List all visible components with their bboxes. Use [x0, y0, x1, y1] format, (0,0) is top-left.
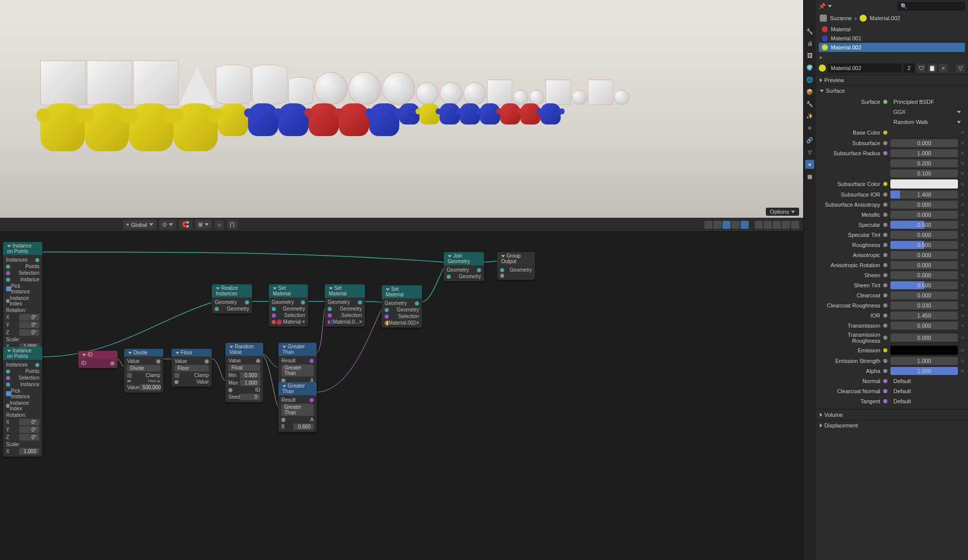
falloff-dropdown[interactable]: ⋂: [227, 220, 237, 229]
node-math-divide[interactable]: Divide Value Divide Clamp Value: [124, 349, 163, 387]
socket-dot-icon[interactable]: [883, 369, 887, 373]
mode-dropdown[interactable]: Greater Than: [281, 404, 314, 416]
socket-in[interactable]: [6, 278, 10, 282]
socket-dot-icon[interactable]: [883, 379, 887, 383]
breadcrumb-object[interactable]: Suzanne: [830, 15, 852, 21]
socket-out[interactable]: [156, 359, 160, 363]
socket-in[interactable]: [447, 275, 451, 279]
socket-dot-icon[interactable]: [883, 283, 887, 287]
keyframe-icon[interactable]: [961, 233, 964, 236]
keyframe-icon[interactable]: [961, 172, 964, 175]
node-editor[interactable]: ⌖ Global ⊙ 🧲 ⊞ ○ ⋂: [0, 218, 803, 560]
breadcrumb-material[interactable]: Material.002: [870, 15, 900, 21]
node-header[interactable]: Set Material: [325, 284, 365, 297]
keyframe-icon[interactable]: [961, 162, 964, 165]
value-input[interactable]: 0.000: [240, 372, 260, 379]
proportional-edit-toggle[interactable]: ○: [215, 220, 224, 229]
unlink-button[interactable]: ×: [939, 64, 948, 73]
node-set-material[interactable]: Set Material Geometry Geometry Selection…: [269, 284, 308, 327]
socket-in[interactable]: [6, 369, 10, 374]
fake-user-button[interactable]: 🛡: [917, 64, 926, 73]
color-input[interactable]: [890, 346, 958, 355]
socket-out[interactable]: [301, 300, 305, 304]
value-input[interactable]: 0°: [19, 329, 39, 336]
keyframe-icon[interactable]: [961, 182, 964, 185]
socket-in[interactable]: [174, 380, 178, 384]
shading-mode-3[interactable]: [773, 221, 781, 229]
socket-dot-icon[interactable]: [883, 182, 887, 186]
tab-material-icon[interactable]: ●: [805, 160, 814, 169]
socket-dot-icon[interactable]: [883, 273, 887, 277]
tab-physics-icon[interactable]: ⚛: [805, 123, 814, 133]
section-displacement-header[interactable]: Displacement: [816, 420, 968, 430]
tab-view-icon[interactable]: 🖼: [805, 51, 814, 60]
shading-mode-1[interactable]: [755, 221, 763, 229]
socket-dot-icon[interactable]: [883, 303, 887, 307]
socket-in[interactable]: [328, 314, 332, 318]
shading-mode-2[interactable]: [764, 221, 772, 229]
subsurface-method-dropdown[interactable]: Random Walk: [890, 118, 964, 126]
keyframe-icon[interactable]: [961, 203, 964, 206]
socket-out[interactable]: [205, 359, 209, 363]
transform-orientation-dropdown[interactable]: ⌖ Global: [123, 220, 156, 229]
socket-in[interactable]: [272, 314, 276, 318]
socket-dot-icon[interactable]: [883, 203, 887, 207]
node-header[interactable]: Set Material: [382, 285, 422, 298]
value-input[interactable]: 0.500: [890, 241, 958, 249]
value-input[interactable]: 0.000: [890, 231, 958, 239]
socket-in[interactable]: [6, 376, 10, 380]
color-input[interactable]: [890, 179, 958, 189]
socket-dot-icon[interactable]: [883, 151, 887, 155]
socket-dot-icon[interactable]: [883, 314, 887, 318]
close-icon[interactable]: ×: [302, 319, 305, 325]
value-input[interactable]: 1.400: [890, 191, 958, 199]
pin-icon[interactable]: 📌: [819, 3, 826, 10]
node-header[interactable]: Greater Than: [278, 382, 317, 395]
node-header[interactable]: Floor: [171, 349, 212, 356]
socket-dot-icon[interactable]: [883, 263, 887, 267]
value-input[interactable]: 0.200: [890, 159, 958, 167]
material-users-button[interactable]: 2: [903, 64, 915, 73]
close-icon[interactable]: ×: [416, 320, 419, 326]
socket-dot-icon[interactable]: [883, 389, 887, 393]
material-browse-icon[interactable]: [819, 65, 826, 72]
tab-render-icon[interactable]: 🔧: [805, 27, 814, 36]
node-header[interactable]: ID: [78, 351, 117, 358]
socket-out[interactable]: [477, 268, 481, 272]
socket-in[interactable]: [272, 320, 276, 324]
socket-in[interactable]: [328, 307, 332, 311]
value-input[interactable]: 0.100: [890, 169, 958, 177]
node-header[interactable]: Join Geometry: [444, 252, 484, 265]
backdrop-toggle[interactable]: [722, 221, 731, 229]
socket-out[interactable]: [35, 363, 39, 367]
view-icon[interactable]: [704, 221, 712, 229]
socket-dot-icon[interactable]: [883, 131, 887, 135]
distribution-dropdown[interactable]: GGX: [890, 108, 964, 116]
expand-icon[interactable]: ▸: [816, 53, 968, 61]
tab-particles-icon[interactable]: ✨: [805, 111, 814, 120]
value-input[interactable]: 1.000: [240, 380, 260, 386]
socket-in[interactable]: [385, 315, 389, 319]
node-random-value[interactable]: Random Value Value Float Min0.000 Max1.0…: [225, 343, 263, 402]
node-math-floor[interactable]: Floor Value Floor Clamp Value: [171, 349, 212, 387]
node-header[interactable]: Divide: [124, 349, 163, 356]
socket-dot-icon[interactable]: [883, 336, 887, 340]
socket-dot-icon[interactable]: [883, 213, 887, 217]
material-name-input[interactable]: Material.002: [828, 64, 901, 73]
type-dropdown[interactable]: Float: [228, 364, 260, 371]
value-input[interactable]: 0°: [19, 322, 39, 328]
keyframe-icon[interactable]: [961, 359, 964, 362]
snap-dropdown[interactable]: ⊞: [195, 220, 212, 229]
socket-dot-icon[interactable]: [883, 243, 887, 247]
value-input[interactable]: 0°: [19, 419, 39, 425]
normal-dropdown[interactable]: Default: [890, 377, 964, 385]
node-join-geometry[interactable]: Join Geometry Geometry Geometry: [444, 252, 484, 281]
socket-out[interactable]: [310, 359, 314, 363]
material-slot[interactable]: Material: [819, 25, 965, 34]
shader-dropdown[interactable]: Principled BSDF: [890, 98, 964, 106]
socket-in[interactable]: [6, 265, 10, 269]
tab-modifier-icon[interactable]: 🔧: [805, 99, 814, 108]
node-value[interactable]: Value500.000: [124, 382, 163, 393]
viewport-options-button[interactable]: Options: [766, 208, 799, 216]
value-input[interactable]: 0°: [19, 314, 39, 321]
